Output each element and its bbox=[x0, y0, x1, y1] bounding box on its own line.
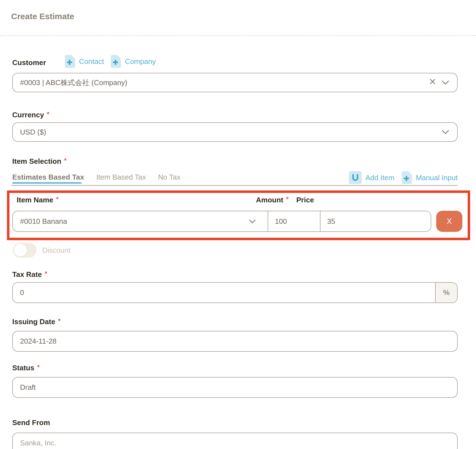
currency-select-value: USD ($) bbox=[20, 128, 46, 137]
active-tab-underline bbox=[12, 182, 82, 184]
percent-suffix: % bbox=[435, 283, 457, 302]
tab-estimates-based-tax[interactable]: Estimates Based Tax bbox=[12, 173, 84, 182]
customer-select[interactable]: #0003 | ABC株式会社 (Company) bbox=[12, 73, 458, 92]
amount-input[interactable] bbox=[268, 211, 320, 231]
add-contact-icon bbox=[65, 55, 75, 68]
item-selection-label: Item Selection* bbox=[12, 157, 67, 166]
required-asterisk: * bbox=[56, 195, 59, 203]
chevron-down-icon[interactable] bbox=[442, 78, 449, 87]
manual-input-button[interactable]: Manual Input bbox=[416, 173, 458, 182]
required-asterisk: * bbox=[64, 157, 66, 164]
status-input[interactable] bbox=[12, 377, 458, 398]
tab-no-tax[interactable]: No Tax bbox=[158, 173, 180, 182]
item-actions: Add Item Manual Input bbox=[349, 171, 458, 184]
status-label: Status* bbox=[12, 364, 40, 372]
send-from-input[interactable] bbox=[12, 433, 458, 449]
toggle-knob bbox=[14, 244, 27, 257]
remove-item-button[interactable]: X bbox=[436, 211, 462, 232]
add-company-label: Company bbox=[125, 57, 156, 66]
tax-rate-field: % bbox=[12, 282, 458, 303]
customer-label: Customer bbox=[12, 58, 46, 67]
currency-label: Currency* bbox=[12, 111, 50, 119]
item-row: #0010 Banana bbox=[12, 211, 431, 232]
required-asterisk: * bbox=[47, 110, 49, 118]
currency-select[interactable]: USD ($) bbox=[12, 122, 458, 142]
tax-rate-label: Tax Rate* bbox=[12, 270, 47, 279]
discount-label: Discount bbox=[42, 246, 70, 255]
chevron-down-icon[interactable] bbox=[442, 128, 449, 137]
section-divider bbox=[0, 35, 476, 36]
required-asterisk: * bbox=[37, 363, 40, 371]
discount-toggle[interactable] bbox=[13, 243, 36, 258]
issuing-date-label: Issuing Date* bbox=[12, 317, 61, 326]
tax-rate-input[interactable] bbox=[13, 283, 435, 302]
tabs-divider bbox=[11, 185, 458, 186]
required-asterisk: * bbox=[286, 195, 288, 203]
item-name-header: Item Name* bbox=[17, 196, 59, 204]
price-input[interactable] bbox=[320, 211, 431, 231]
tab-item-based-tax[interactable]: Item Based Tax bbox=[96, 173, 146, 182]
item-name-select-value: #0010 Banana bbox=[20, 217, 67, 226]
clear-icon[interactable] bbox=[429, 78, 436, 87]
item-name-select[interactable]: #0010 Banana bbox=[13, 211, 268, 231]
amount-header: Amount* bbox=[256, 196, 289, 204]
send-from-label: Send From bbox=[12, 418, 50, 427]
customer-add-links: Contact Company bbox=[65, 55, 156, 68]
page-title: Create Estimate bbox=[11, 12, 74, 21]
manual-input-icon bbox=[402, 171, 412, 184]
issuing-date-input[interactable] bbox=[12, 331, 458, 352]
required-asterisk: * bbox=[45, 270, 47, 277]
chevron-down-icon[interactable] bbox=[249, 217, 256, 226]
customer-select-value: #0003 | ABC株式会社 (Company) bbox=[20, 78, 127, 88]
add-company-icon bbox=[111, 55, 121, 68]
add-item-button[interactable]: Add Item bbox=[366, 173, 394, 182]
add-contact-label: Contact bbox=[79, 57, 104, 66]
price-header: Price bbox=[296, 196, 314, 204]
required-asterisk: * bbox=[58, 317, 61, 325]
add-company-button[interactable]: Company bbox=[111, 55, 156, 68]
add-item-icon bbox=[349, 171, 362, 184]
add-contact-button[interactable]: Contact bbox=[65, 55, 104, 68]
item-row-highlight: Item Name* Amount* Price #0010 Banana X bbox=[7, 190, 470, 240]
